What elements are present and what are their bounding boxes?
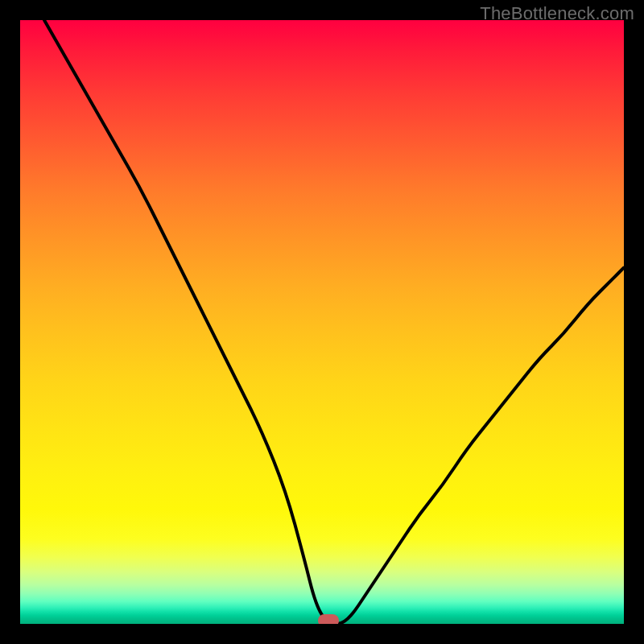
plot-area (20, 20, 624, 624)
chart-frame: TheBottleneck.com (0, 0, 644, 644)
optimum-marker (318, 614, 339, 624)
curve-svg (20, 20, 624, 624)
bottleneck-curve (44, 20, 624, 624)
watermark-text: TheBottleneck.com (480, 3, 634, 24)
